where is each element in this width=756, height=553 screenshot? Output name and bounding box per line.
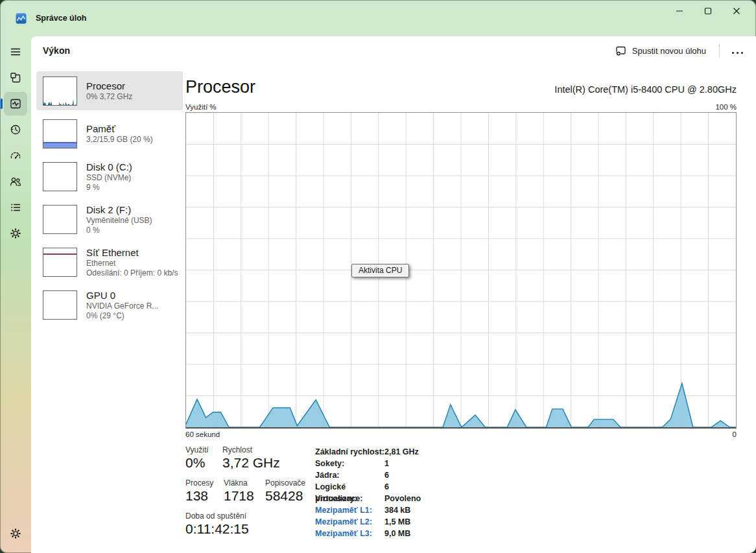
close-icon bbox=[733, 7, 740, 15]
perf-item-title: Síť Ethernet bbox=[86, 246, 183, 259]
perf-item-gpu[interactable]: GPU 0 NVIDIA GeForce R... 0% (29 °C) bbox=[36, 285, 183, 324]
close-button[interactable] bbox=[722, 1, 751, 21]
spec-row: Mezipaměť L1:384 kB bbox=[315, 504, 529, 516]
nav-details[interactable] bbox=[4, 196, 27, 219]
minimize-button[interactable] bbox=[665, 1, 694, 21]
perf-item-sub: Vyměnitelné (USB) bbox=[86, 216, 183, 226]
perf-item-title: GPU 0 bbox=[86, 289, 183, 301]
content-panel: Výkon Spustit novou úlohu bbox=[31, 36, 756, 553]
minimize-icon bbox=[676, 7, 683, 15]
chart-tooltip: Aktivita CPU bbox=[351, 264, 409, 277]
disk2-thumbnail bbox=[43, 205, 77, 234]
perf-item-sub2: Odesílání: 0 Příjem: 0 kb/s bbox=[86, 268, 183, 278]
spec-row: Základní rychlost:2,81 GHz bbox=[315, 446, 529, 458]
utilization-label: Využití bbox=[185, 445, 209, 454]
spec-row: Mezipaměť L2:1,5 MB bbox=[315, 516, 529, 528]
uptime-label: Doba od spuštění bbox=[185, 512, 249, 521]
toolbar: Výkon Spustit novou úlohu bbox=[31, 36, 756, 65]
handles-label: Popisovače bbox=[265, 478, 305, 488]
speed-value: 3,72 GHz bbox=[222, 455, 280, 471]
perf-item-cpu[interactable]: Procesor 0% 3,72 GHz bbox=[36, 71, 183, 110]
spec-value: Povoleno bbox=[384, 493, 421, 504]
spec-row: Mezipaměť L3:9,0 MB bbox=[315, 528, 529, 539]
processes-label: Procesy bbox=[185, 478, 213, 488]
task-manager-app-icon bbox=[16, 13, 27, 24]
spec-label: Sokety: bbox=[315, 458, 384, 469]
spec-row: Jádra:6 bbox=[315, 469, 529, 481]
history-clock-icon bbox=[9, 123, 22, 136]
hamburger-icon bbox=[9, 45, 22, 58]
nav-performance[interactable] bbox=[4, 92, 27, 115]
utilization-value: 0% bbox=[185, 455, 209, 471]
spec-value: 1,5 MB bbox=[384, 516, 410, 528]
perf-item-sub: NVIDIA GeForce R... bbox=[86, 301, 183, 311]
cpu-usage-chart-area[interactable]: Aktivita CPU bbox=[185, 112, 737, 429]
spec-label: Virtualizace: bbox=[315, 493, 384, 504]
titlebar: Správce úloh bbox=[0, 0, 756, 36]
spec-row: Logické procesory:6 bbox=[315, 481, 529, 493]
nav-app-history[interactable] bbox=[4, 118, 27, 141]
selected-indicator bbox=[1, 99, 3, 109]
chart-y-max-label: 100 % bbox=[715, 103, 737, 111]
window-controls bbox=[665, 1, 751, 21]
perf-item-sub2: 9 % bbox=[86, 183, 183, 193]
spec-label: Mezipaměť L2: bbox=[315, 516, 384, 528]
perf-item-memory[interactable]: Paměť 3,2/15,9 GB (20 %) bbox=[36, 114, 183, 153]
nav-rail bbox=[0, 36, 31, 553]
cpu-specs: Základní rychlost:2,81 GHz Sokety:1 Jádr… bbox=[315, 446, 529, 539]
spec-label: Mezipaměť L3: bbox=[315, 528, 384, 539]
cpu-thumbnail bbox=[43, 76, 77, 106]
settings-gear-icon bbox=[9, 527, 22, 540]
perf-item-disk0[interactable]: Disk 0 (C:) SSD (NVMe) 9 % bbox=[36, 157, 183, 196]
perf-item-sub2: 0% (29 °C) bbox=[86, 311, 183, 321]
spec-value: 6 bbox=[384, 481, 389, 493]
memory-thumbnail bbox=[43, 119, 77, 148]
spec-value: 6 bbox=[384, 469, 389, 481]
spec-label: Logické procesory: bbox=[315, 481, 384, 493]
performance-icon bbox=[9, 97, 22, 110]
spec-label: Jádra: bbox=[315, 469, 384, 481]
spec-value: 9,0 MB bbox=[384, 528, 410, 539]
menu-button[interactable] bbox=[4, 40, 27, 64]
run-new-task-button[interactable]: Spustit novou úlohu bbox=[609, 41, 713, 60]
perf-item-sub: SSD (NVMe) bbox=[86, 173, 183, 183]
cpu-usage-chart bbox=[186, 113, 736, 427]
perf-item-sub2: 0 % bbox=[86, 226, 183, 235]
perf-item-sub: 3,2/15,9 GB (20 %) bbox=[86, 135, 183, 145]
users-icon bbox=[9, 175, 22, 188]
chart-x-max-label: 0 bbox=[733, 430, 737, 438]
perf-item-disk2[interactable]: Disk 2 (F:) Vyměnitelné (USB) 0 % bbox=[36, 200, 183, 239]
nav-users[interactable] bbox=[4, 170, 27, 193]
spec-value: 384 kB bbox=[384, 504, 410, 516]
cpu-mini-chart bbox=[43, 77, 77, 105]
maximize-button[interactable] bbox=[694, 1, 722, 21]
settings-button[interactable] bbox=[4, 522, 27, 545]
spec-label: Základní rychlost: bbox=[315, 446, 384, 458]
spec-label: Mezipaměť L1: bbox=[315, 504, 384, 516]
perf-item-title: Procesor bbox=[86, 80, 183, 92]
performance-sidebar: Procesor 0% 3,72 GHz Paměť 3,2/15,9 GB (… bbox=[36, 71, 183, 328]
perf-item-title: Disk 2 (F:) bbox=[86, 204, 183, 216]
nav-services[interactable] bbox=[4, 222, 27, 245]
speedometer-icon bbox=[9, 149, 22, 162]
perf-item-sub: 0% 3,72 GHz bbox=[86, 92, 183, 102]
spec-row: Virtualizace:Povoleno bbox=[315, 493, 529, 504]
disk0-thumbnail bbox=[43, 162, 77, 191]
handles-value: 58428 bbox=[265, 488, 305, 504]
perf-item-ethernet[interactable]: Síť Ethernet Ethernet Odesílání: 0 Příje… bbox=[36, 242, 183, 281]
pane-title: Procesor bbox=[185, 76, 255, 97]
page-title: Výkon bbox=[43, 36, 70, 65]
cpu-detail-pane: Procesor Intel(R) Core(TM) i5-8400 CPU @… bbox=[185, 71, 737, 438]
nav-processes[interactable] bbox=[4, 66, 27, 89]
uptime-value: 0:11:42:15 bbox=[185, 521, 249, 537]
ethernet-thumbnail bbox=[43, 248, 77, 277]
list-icon bbox=[9, 201, 22, 214]
threads-value: 1718 bbox=[224, 488, 254, 504]
spec-value: 2,81 GHz bbox=[384, 446, 419, 458]
spec-value: 1 bbox=[384, 458, 389, 469]
nav-startup-apps[interactable] bbox=[4, 144, 27, 167]
window-title: Správce úloh bbox=[36, 14, 87, 23]
perf-item-title: Paměť bbox=[86, 123, 183, 135]
spec-row: Sokety:1 bbox=[315, 458, 529, 469]
more-options-button[interactable] bbox=[726, 41, 748, 60]
